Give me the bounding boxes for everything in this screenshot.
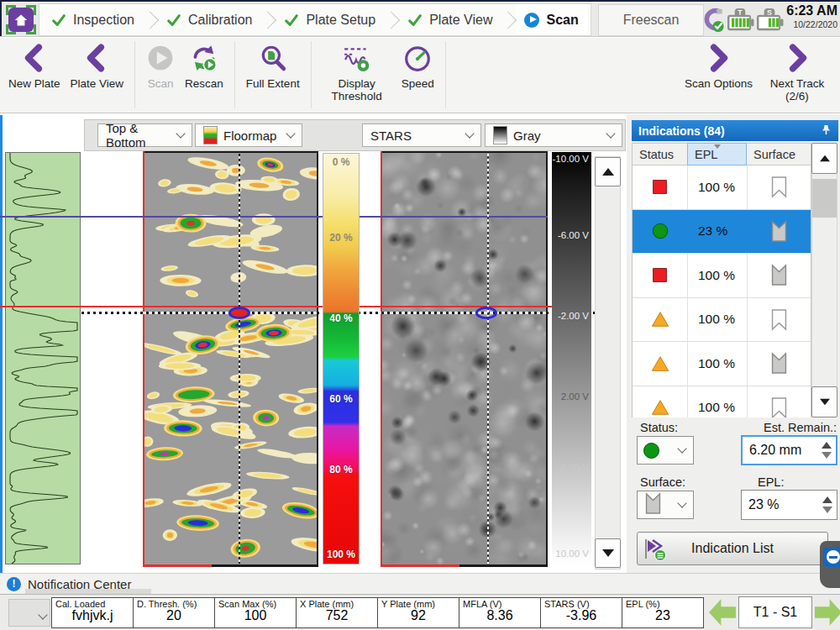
home-button[interactable] [6, 5, 36, 34]
nav-step-inspection[interactable]: Inspection [43, 4, 143, 35]
column-header-surface[interactable]: Surface [747, 144, 810, 165]
reference-cursor-line[interactable] [0, 216, 548, 218]
check-icon [166, 13, 181, 28]
indication-row[interactable]: 23 % [633, 210, 811, 255]
indication-row[interactable]: 100 % [633, 254, 811, 298]
nav-step-plate-view[interactable]: Plate View [399, 4, 501, 35]
status-cells: Cal. Loadedfvhjvk.jD. Thresh. (%)20Scan … [52, 597, 704, 628]
spinner-buttons[interactable] [822, 442, 832, 459]
next-track-arrow-button[interactable] [815, 598, 840, 627]
indication-row[interactable]: 100 % [633, 342, 811, 386]
spin-up-icon [822, 496, 832, 503]
tool-battery-icon: T [727, 8, 754, 37]
table-scroll-down-button[interactable] [811, 386, 837, 417]
gauge-icon [403, 44, 432, 76]
indications-panel-header: Indications (84) [632, 120, 838, 141]
status-cell-value: -3.96 [541, 608, 622, 623]
active-cursor-line[interactable] [0, 306, 552, 307]
selected-indication-marker-floormap[interactable] [228, 307, 250, 319]
date-text: 10/22/2020 [786, 20, 837, 29]
surface-bottom-flag-icon [748, 254, 811, 297]
magnet-status-icon [700, 8, 726, 36]
toolbar-left-group: New PlatePlate ViewScanRescanFull Extent… [3, 38, 452, 108]
home-icon [8, 8, 34, 32]
scan-button[interactable]: Scan [141, 38, 180, 108]
floormap-scan-view[interactable] [144, 153, 317, 564]
epl-input[interactable]: 23 % [741, 490, 837, 520]
column-header-status[interactable]: Status [633, 144, 688, 165]
nav-step-label: Inspection [73, 13, 134, 28]
channel-dropdown[interactable]: Top & Bottom [97, 123, 192, 147]
orange-triangle-icon [633, 342, 688, 386]
nav-step-plate-setup[interactable]: Plate Setup [276, 4, 384, 35]
speed-button[interactable]: Speed [396, 38, 439, 108]
stars-channel-dropdown[interactable]: STARS [362, 123, 481, 147]
remote-support-icon[interactable] [820, 541, 840, 588]
threshold-icon [343, 44, 371, 76]
surface-label: Surface: [640, 475, 685, 489]
spin-up-icon [822, 442, 832, 449]
chevron-down-icon [677, 444, 686, 453]
previous-track-arrow-button[interactable] [709, 598, 736, 627]
breadcrumb-separator [143, 4, 158, 35]
chevron-left-icon [82, 44, 111, 76]
status-cell-epl: EPL (%)23 [622, 597, 704, 628]
pin-icon[interactable] [821, 123, 832, 138]
play-circle-icon [146, 44, 175, 76]
scroll-up-button[interactable] [595, 157, 621, 186]
scroll-down-button[interactable] [595, 538, 621, 568]
status-dropdown[interactable] [637, 436, 694, 465]
indication-row[interactable]: 100 % [633, 165, 811, 210]
floormap-border-right [317, 151, 318, 566]
scan-label: Scan [148, 78, 174, 91]
chevron-down-icon [677, 498, 686, 507]
gray-scale-tick: 2.00 V [552, 391, 591, 402]
gray-palette-dropdown[interactable]: Gray [485, 123, 622, 147]
display-threshold-button[interactable]: Display Threshold [318, 38, 396, 108]
app-window: InspectionCalibrationPlate SetupPlate Vi… [0, 0, 840, 630]
scan-options-button[interactable]: Scan Options [680, 38, 758, 103]
status-green-circle-icon [643, 443, 659, 459]
top-navigation-bar: InspectionCalibrationPlate SetupPlate Vi… [0, 0, 840, 37]
rescan-button[interactable]: Rescan [180, 38, 228, 108]
palette-dropdown[interactable]: Floormap [195, 123, 302, 147]
table-scroll-up-button[interactable] [811, 143, 837, 174]
color-scale-tick: 0 % [323, 156, 359, 168]
amplitude-profile-plot[interactable] [6, 153, 80, 564]
up-arrow-icon [602, 168, 614, 176]
full-extent-button[interactable]: Full Extent [241, 38, 305, 108]
time-text: 6:23 AM [786, 4, 837, 18]
main-scrollbar-track[interactable] [595, 156, 621, 570]
new-plate-button[interactable]: New Plate [3, 38, 66, 108]
down-arrow-icon [820, 399, 830, 406]
color-scale-tick: 100 % [323, 549, 359, 560]
est-remain-label: Est. Remain.: [738, 421, 837, 434]
chevron-down-icon [286, 129, 295, 138]
play-icon [524, 13, 539, 28]
epl-cell: 100 % [688, 386, 748, 418]
plate-view-button[interactable]: Plate View [66, 38, 129, 108]
selected-indication-marker-stars[interactable] [475, 307, 497, 319]
nav-step-scan[interactable]: Scan [516, 4, 586, 35]
indication-list-button[interactable]: Indication List [637, 532, 828, 565]
nav-step-calibration[interactable]: Calibration [158, 4, 260, 35]
status-cell-value: 92 [378, 608, 459, 623]
next-track-button[interactable]: Next Track (2/6) [758, 38, 837, 103]
status-empty-cell[interactable] [8, 599, 50, 627]
spinner-buttons[interactable] [822, 496, 832, 513]
indication-row[interactable]: 100 % [633, 298, 811, 343]
indication-row[interactable]: 100 % [633, 386, 811, 418]
status-cell-scan-max: Scan Max (%)100 [214, 597, 297, 628]
epl-value: 23 % [748, 497, 779, 512]
channel-dropdown-value: Top & Bottom [106, 121, 171, 150]
stars-scan-view[interactable] [382, 153, 546, 564]
surface-bottom-flag-icon [748, 210, 811, 254]
nav-step-label: Scan [546, 13, 578, 28]
column-header-epl[interactable]: EPL [687, 143, 747, 165]
est-remain-input[interactable]: 6.20 mm [741, 435, 837, 465]
table-scrollbar-thumb[interactable] [812, 179, 837, 218]
surface-dropdown[interactable] [637, 491, 694, 519]
chevron-down-icon [176, 129, 185, 138]
epl-label: EPL: [758, 475, 784, 489]
freescan-button[interactable]: Freescan [598, 4, 704, 36]
